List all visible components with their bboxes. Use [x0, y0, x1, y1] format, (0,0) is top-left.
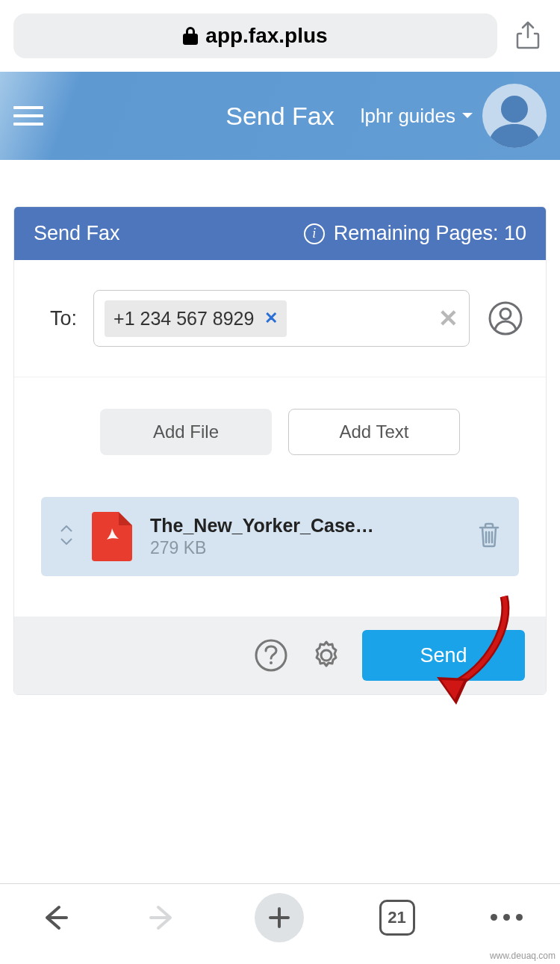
info-icon: i: [304, 223, 325, 244]
remove-recipient-icon[interactable]: ✕: [264, 309, 278, 328]
add-text-button[interactable]: Add Text: [288, 409, 460, 455]
svg-point-3: [256, 640, 286, 670]
page-title: Send Fax: [225, 102, 335, 131]
to-label: To:: [50, 307, 77, 330]
browser-url-text: app.fax.plus: [205, 24, 327, 48]
menu-button[interactable]: [13, 106, 52, 126]
send-button[interactable]: Send: [362, 630, 525, 681]
remaining-pages[interactable]: i Remaining Pages: 10: [304, 222, 526, 245]
browser-more-button[interactable]: [491, 914, 523, 921]
browser-back-button[interactable]: [38, 901, 71, 934]
attachment-row: The_New_Yorker_Case… 279 KB: [41, 497, 519, 576]
clear-input-icon[interactable]: ✕: [438, 304, 458, 333]
recipient-input[interactable]: +1 234 567 8929 ✕ ✕: [93, 290, 470, 347]
lock-icon: [183, 27, 198, 45]
svg-point-4: [270, 661, 273, 664]
contacts-button[interactable]: [486, 301, 525, 336]
svg-point-0: [501, 96, 528, 123]
card-title: Send Fax: [34, 222, 120, 245]
user-dropdown[interactable]: lphr guides: [361, 105, 473, 128]
attachment-filesize: 279 KB: [150, 538, 459, 558]
settings-button[interactable]: [307, 636, 346, 675]
help-button[interactable]: [252, 636, 290, 675]
browser-tabs-button[interactable]: 21: [379, 900, 415, 936]
recipient-number: +1 234 567 8929: [113, 308, 254, 330]
browser-new-tab-button[interactable]: [255, 893, 304, 942]
tab-count: 21: [379, 900, 415, 936]
pdf-icon: [92, 512, 132, 561]
avatar[interactable]: [482, 84, 547, 148]
drag-handle-icon[interactable]: [59, 525, 74, 549]
recipient-chip[interactable]: +1 234 567 8929 ✕: [105, 300, 287, 337]
share-button[interactable]: [509, 21, 547, 51]
send-fax-card: Send Fax i Remaining Pages: 10 To: +1 23…: [13, 206, 547, 695]
action-bar: Send: [14, 617, 546, 694]
remaining-label: Remaining Pages: 10: [334, 222, 526, 245]
browser-forward-button[interactable]: [146, 901, 179, 934]
watermark: www.deuaq.com: [490, 951, 556, 961]
browser-url-bar[interactable]: app.fax.plus: [13, 13, 497, 58]
chevron-down-icon: [461, 112, 473, 120]
app-header: Send Fax lphr guides: [0, 72, 560, 160]
svg-point-2: [500, 309, 511, 319]
browser-toolbar: 21: [0, 883, 560, 951]
user-label-text: lphr guides: [361, 105, 455, 128]
add-file-button[interactable]: Add File: [100, 409, 272, 455]
delete-attachment-button[interactable]: [477, 522, 501, 551]
svg-point-5: [321, 650, 332, 661]
attachment-filename: The_New_Yorker_Case…: [150, 515, 459, 537]
